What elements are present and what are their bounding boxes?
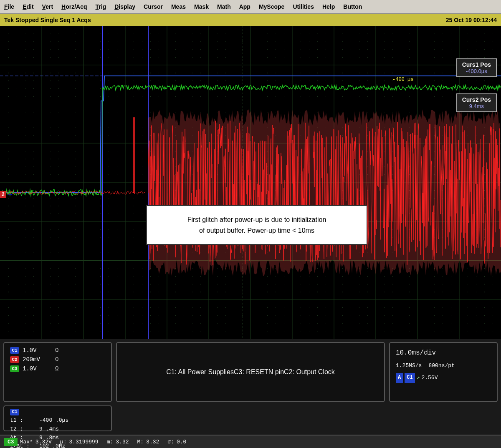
- cursor2-panel[interactable]: Curs2 Pos 9.4ms: [456, 93, 497, 112]
- status-mu-item: µ: 3.3199999: [60, 439, 99, 445]
- ch3-indicator: C3: [10, 365, 19, 372]
- ch1-row: C1 1.0V Ω: [10, 347, 105, 354]
- cursor-ch-badge: C1: [10, 409, 19, 415]
- status-sigma-item: σ: 0.0: [167, 439, 186, 445]
- t2-label: t2 :: [10, 425, 35, 434]
- bottom-area: C1 1.0V Ω C2 200mV Ω C3 1.0V Ω C1: All P…: [0, 339, 501, 435]
- cursor1-panel[interactable]: Curs1 Pos -400.0µs: [456, 58, 497, 77]
- menu-bar: File Edit Vert Horz/Acq Trig Display Cur…: [0, 0, 501, 14]
- menu-app[interactable]: App: [235, 2, 255, 12]
- ch1-indicator: C1: [10, 347, 19, 354]
- label-line2: C3: RESETN pin: [234, 366, 284, 378]
- menu-math[interactable]: Math: [213, 2, 235, 12]
- status-sigma-label: σ:: [167, 439, 174, 445]
- menu-button[interactable]: Button: [339, 2, 366, 12]
- cursor1-value: -400.0µs: [462, 68, 491, 74]
- annotation-line2: of output buffer. Power-up time < 10ms: [155, 225, 358, 236]
- status-stat-label: Max*: [20, 439, 33, 445]
- menu-edit[interactable]: Edit: [18, 2, 38, 12]
- cursor-header: C1: [10, 409, 105, 415]
- label-line1: C1: All Power Supplies: [166, 366, 234, 378]
- t2-val: 9 .4ms: [39, 425, 81, 434]
- status-bar: Tek Stopped Single Seq 1 Acqs 25 Oct 19 …: [0, 14, 501, 26]
- menu-meas[interactable]: Meas: [167, 2, 190, 12]
- status-m-val: 3.32: [116, 439, 129, 445]
- trigger-symbol: ↗: [417, 373, 420, 383]
- ch2-row: C2 200mV Ω: [10, 356, 105, 363]
- waveform-canvas: [0, 26, 501, 339]
- channel-panel: C1 1.0V Ω C2 200mV Ω C3 1.0V Ω: [3, 342, 112, 402]
- menu-mask[interactable]: Mask: [190, 2, 213, 12]
- timing-rate: 10.0ms/div: [396, 347, 491, 359]
- ch3-unit: Ω: [55, 365, 58, 372]
- menu-trig[interactable]: Trig: [91, 2, 111, 12]
- label-panel: C1: All Power Supplies C3: RESETN pin C2…: [116, 342, 385, 402]
- status-channel-item: C3 Max* 3.32V: [4, 438, 52, 446]
- status-M-val: 3.32: [146, 439, 159, 445]
- status-right: 25 Oct 19 00:12:44: [446, 17, 497, 23]
- timing-ns-pt: 800ns/pt: [428, 361, 454, 370]
- status-M-label: M:: [137, 439, 144, 445]
- menu-help[interactable]: Help: [318, 2, 339, 12]
- menu-horz-acq[interactable]: Horz/Acq: [57, 2, 91, 12]
- status-sigma-val: 0.0: [177, 439, 186, 445]
- menu-file[interactable]: File: [0, 2, 18, 12]
- trigger-row: A C1 ↗ 2.56V: [396, 373, 491, 383]
- status-left: Tek Stopped Single Seq 1 Acqs: [4, 17, 91, 23]
- annotation-box: First glitch after power-up is due to in…: [146, 205, 367, 245]
- status-m-item: m: 3.32: [107, 439, 129, 445]
- ch3-voltage: 1.0V: [23, 365, 52, 372]
- channel-info-row: C1 1.0V Ω C2 200mV Ω C3 1.0V Ω C1: All P…: [0, 339, 501, 405]
- trigger-a-badge: A: [396, 373, 403, 383]
- label-line3: C2: Output Clock: [284, 366, 335, 378]
- menu-myscope[interactable]: MyScope: [255, 2, 288, 12]
- ch1-unit: Ω: [55, 347, 58, 354]
- trigger-val: 2.56V: [421, 373, 438, 383]
- status-max-val: 3.32V: [35, 439, 52, 445]
- cursor2-value: 9.4ms: [462, 103, 491, 109]
- cursor2-label: Curs2 Pos: [462, 96, 491, 103]
- cursor1-label: Curs1 Pos: [462, 61, 491, 68]
- menu-display[interactable]: Display: [110, 2, 139, 12]
- menu-utilities[interactable]: Utilities: [288, 2, 318, 12]
- ch2-marker: 2 →: [0, 191, 14, 198]
- status-M-item: M: 3.32: [137, 439, 159, 445]
- status-mu-label: µ:: [60, 439, 67, 445]
- timing-panel: 10.0ms/div 1.25MS/s 800ns/pt A C1 ↗ 2.56…: [389, 342, 498, 402]
- cursor-measurements-panel: C1 t1 : -400 .0µs t2 : 9 .4ms Δt : 9 .8m…: [3, 405, 112, 431]
- ch2-indicator: C2: [10, 356, 19, 363]
- status-channel: C3: [4, 438, 18, 446]
- oscilloscope-display: Curs1 Pos -400.0µs Curs2 Pos 9.4ms 2 → F…: [0, 26, 501, 339]
- ch1-voltage: 1.0V: [23, 347, 52, 354]
- ch2-unit: Ω: [55, 356, 58, 363]
- t1-val: -400 .0µs: [39, 416, 81, 425]
- menu-cursor[interactable]: Cursor: [139, 2, 167, 12]
- ch3-row: C3 1.0V Ω: [10, 365, 105, 372]
- trigger-ch-badge: C1: [405, 373, 415, 383]
- menu-vert[interactable]: Vert: [38, 2, 57, 12]
- t1-label: t1 :: [10, 416, 35, 425]
- status-m-label: m:: [107, 439, 114, 445]
- ch2-voltage: 200mV: [23, 356, 52, 363]
- timing-sample-row: 1.25MS/s 800ns/pt: [396, 361, 491, 370]
- status-mu-val: 3.3199999: [69, 439, 98, 445]
- timing-sample-rate: 1.25MS/s: [396, 361, 422, 370]
- cursor-measurements-row: C1 t1 : -400 .0µs t2 : 9 .4ms Δt : 9 .8m…: [0, 405, 501, 435]
- annotation-line1: First glitch after power-up is due to in…: [155, 214, 358, 225]
